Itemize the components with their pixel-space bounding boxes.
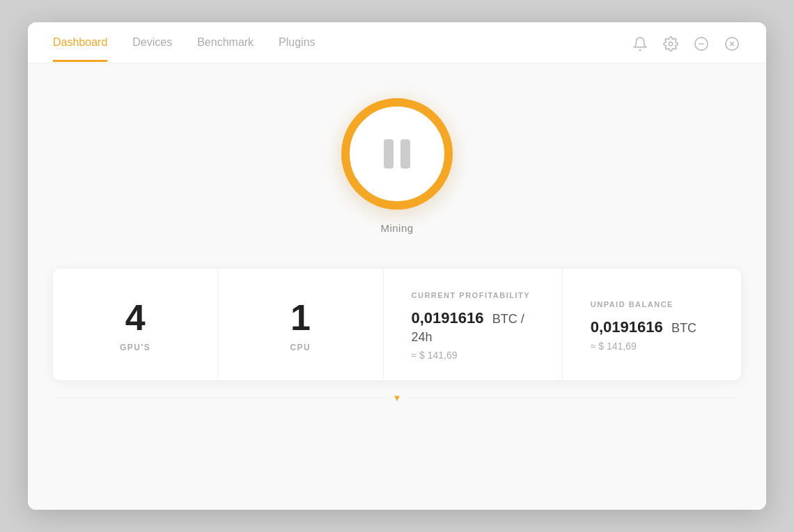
minimize-icon[interactable] (692, 35, 710, 53)
tab-plugins[interactable]: Plugins (279, 36, 315, 62)
balance-label: UNPAID BALANCE (591, 300, 674, 308)
cpu-count-value: 1 (290, 299, 311, 336)
stat-cpu: 1 CPU (218, 269, 383, 380)
stat-profitability: CURRENT PROFITABILITY 0,0191616 BTC / 24… (384, 269, 563, 380)
profitability-label: CURRENT PROFITABILITY (412, 291, 531, 299)
nav-bar: Dashboard Devices Benchmark Plugins (28, 22, 766, 63)
nav-actions (631, 35, 741, 63)
stat-gpus: 4 GPU'S (53, 269, 218, 380)
tab-devices[interactable]: Devices (132, 36, 172, 62)
mining-status-label: Mining (380, 222, 413, 234)
mining-toggle-button[interactable] (341, 98, 453, 210)
cpu-count-label: CPU (290, 343, 311, 352)
balance-usd: ≈ $ 141,69 (591, 341, 637, 352)
bottom-hint-text: ▼ (393, 393, 402, 403)
stat-balance: UNPAID BALANCE 0,0191616 BTC ≈ $ 141,69 (563, 269, 741, 380)
balance-btc: 0,0191616 BTC (591, 318, 696, 336)
profitability-btc: 0,0191616 BTC / 24h (412, 309, 548, 345)
stats-row: 4 GPU'S 1 CPU CURRENT PROFITABILITY 0,01… (53, 269, 741, 380)
pause-icon (384, 139, 410, 169)
close-icon[interactable] (723, 35, 741, 53)
profitability-usd: ≈ $ 141,69 (412, 350, 458, 361)
mining-button-wrap: Mining (341, 98, 453, 234)
settings-icon[interactable] (662, 35, 680, 53)
gpu-count-value: 4 (125, 299, 146, 336)
svg-point-0 (669, 42, 673, 46)
bottom-hint-line-right (407, 398, 738, 398)
gpu-count-label: GPU'S (120, 343, 150, 352)
bottom-hint: ▼ (53, 393, 741, 403)
pause-bar-left (384, 139, 394, 169)
bell-icon[interactable] (631, 35, 649, 53)
tab-dashboard[interactable]: Dashboard (53, 36, 107, 62)
bottom-hint-line (56, 398, 387, 398)
nav-tabs: Dashboard Devices Benchmark Plugins (53, 36, 316, 62)
main-content: Mining 4 GPU'S 1 CPU CURRENT PROFITABILI… (28, 63, 766, 510)
pause-bar-right (400, 139, 410, 169)
app-window: Dashboard Devices Benchmark Plugins (28, 22, 766, 510)
tab-benchmark[interactable]: Benchmark (197, 36, 254, 62)
